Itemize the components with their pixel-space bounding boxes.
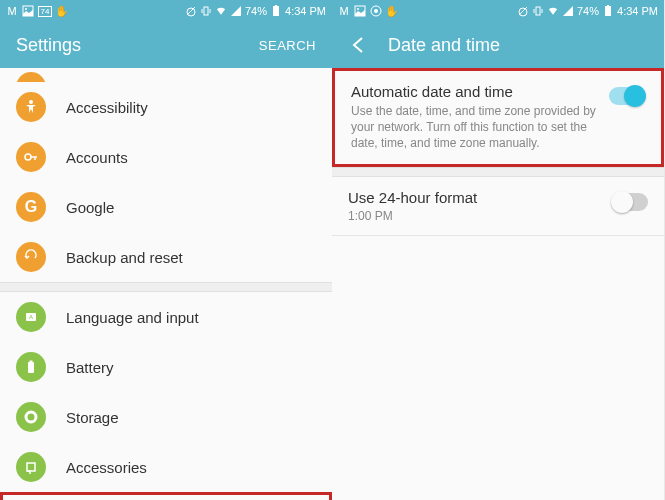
- list-item-accessibility[interactable]: Accessibility: [0, 82, 332, 132]
- accessories-icon: [16, 452, 46, 482]
- settings-list[interactable]: Accessibility Accounts G Google Backup a…: [0, 68, 332, 500]
- list-item-accounts[interactable]: Accounts: [0, 132, 332, 182]
- item-label: Accessories: [66, 459, 147, 476]
- storage-icon: [16, 402, 46, 432]
- list-item-google[interactable]: G Google: [0, 182, 332, 232]
- page-title: Settings: [16, 35, 259, 56]
- image-icon: [354, 5, 366, 17]
- svg-point-10: [25, 154, 31, 160]
- alarm-off-icon: [517, 5, 529, 17]
- status-bar: M ✋ 74% 4:34 PM: [332, 0, 664, 22]
- status-right: 74% 4:34 PM: [517, 5, 658, 17]
- section-divider: [0, 282, 332, 292]
- svg-rect-32: [605, 6, 611, 16]
- status-left: M 74 ✋: [6, 5, 68, 17]
- svg-point-27: [519, 8, 527, 16]
- google-g-icon: G: [16, 192, 46, 222]
- status-left: M ✋: [338, 5, 398, 17]
- list-item-partial: [0, 68, 332, 82]
- back-button[interactable]: [348, 35, 368, 55]
- date-time-header: Date and time: [332, 22, 664, 68]
- language-icon: A: [16, 302, 46, 332]
- item-label: Backup and reset: [66, 249, 183, 266]
- setting-title: Use 24-hour format: [348, 189, 600, 206]
- svg-point-1: [25, 8, 27, 10]
- wifi-icon: [547, 5, 559, 17]
- list-item-accessories[interactable]: Accessories: [0, 442, 332, 492]
- setting-title: Automatic date and time: [351, 83, 597, 100]
- svg-point-9: [29, 100, 33, 104]
- section-divider: [332, 167, 664, 177]
- signal-icon: [562, 5, 574, 17]
- divider: [332, 235, 664, 236]
- list-item-backup[interactable]: Backup and reset: [0, 232, 332, 282]
- svg-rect-16: [30, 361, 33, 363]
- alarm-off-icon: [185, 5, 197, 17]
- wifi-icon: [215, 5, 227, 17]
- svg-text:A: A: [29, 314, 33, 320]
- svg-point-2: [187, 8, 195, 16]
- setting-sub: 1:00 PM: [348, 209, 600, 223]
- vibrate-icon: [532, 5, 544, 17]
- toggle-24hour[interactable]: [612, 193, 648, 211]
- backup-icon: [16, 242, 46, 272]
- key-icon: [16, 142, 46, 172]
- circle-icon: [370, 5, 382, 17]
- setting-auto-datetime[interactable]: Automatic date and time Use the date, ti…: [332, 68, 664, 167]
- svg-rect-15: [28, 362, 34, 373]
- status-bar: M 74 ✋ 74% 4:34 PM: [0, 0, 332, 22]
- setting-text: Automatic date and time Use the date, ti…: [351, 83, 609, 152]
- svg-point-26: [374, 9, 378, 13]
- item-label: Accessibility: [66, 99, 148, 116]
- setting-desc: Use the date, time, and time zone provid…: [351, 103, 597, 152]
- battery-pct: 74%: [577, 5, 599, 17]
- setting-24hour[interactable]: Use 24-hour format 1:00 PM: [332, 177, 664, 235]
- status-time: 4:34 PM: [285, 5, 326, 17]
- list-item-language[interactable]: A Language and input: [0, 292, 332, 342]
- m-icon: M: [338, 5, 350, 17]
- battery-icon: [16, 352, 46, 382]
- item-label: Accounts: [66, 149, 128, 166]
- status-right: 74% 4:34 PM: [185, 5, 326, 17]
- svg-rect-7: [273, 6, 279, 16]
- item-label: Battery: [66, 359, 114, 376]
- setting-text: Use 24-hour format 1:00 PM: [348, 189, 612, 223]
- svg-rect-18: [27, 463, 35, 471]
- date-time-list: Automatic date and time Use the date, ti…: [332, 68, 664, 500]
- accessibility-icon: [16, 92, 46, 122]
- list-item-battery[interactable]: Battery: [0, 342, 332, 392]
- svg-rect-4: [204, 7, 208, 15]
- item-label: Storage: [66, 409, 119, 426]
- m-icon: M: [6, 5, 18, 17]
- svg-rect-8: [275, 5, 277, 6]
- battery-pct: 74%: [245, 5, 267, 17]
- svg-rect-29: [536, 7, 540, 15]
- page-title: Date and time: [388, 35, 648, 56]
- hand-icon: ✋: [56, 5, 68, 17]
- svg-point-17: [26, 412, 36, 422]
- list-item-date-time[interactable]: Date and time: [0, 492, 332, 500]
- image-icon: [22, 5, 34, 17]
- date-time-screen: M ✋ 74% 4:34 PM Date and time Automatic …: [332, 0, 664, 500]
- svg-point-24: [357, 8, 359, 10]
- status-time: 4:34 PM: [617, 5, 658, 17]
- toggle-auto-datetime[interactable]: [609, 87, 645, 105]
- signal-icon: [230, 5, 242, 17]
- search-button[interactable]: SEARCH: [259, 38, 316, 53]
- battery-icon: [270, 5, 282, 17]
- item-label: Language and input: [66, 309, 199, 326]
- settings-header: Settings SEARCH: [0, 22, 332, 68]
- settings-screen: M 74 ✋ 74% 4:34 PM Settings SEARCH Acces…: [0, 0, 332, 500]
- item-label: Google: [66, 199, 114, 216]
- hand-icon: ✋: [386, 5, 398, 17]
- svg-rect-33: [607, 5, 609, 6]
- battery-icon: [602, 5, 614, 17]
- vibrate-icon: [200, 5, 212, 17]
- list-item-storage[interactable]: Storage: [0, 392, 332, 442]
- box-74-icon: 74: [38, 6, 52, 17]
